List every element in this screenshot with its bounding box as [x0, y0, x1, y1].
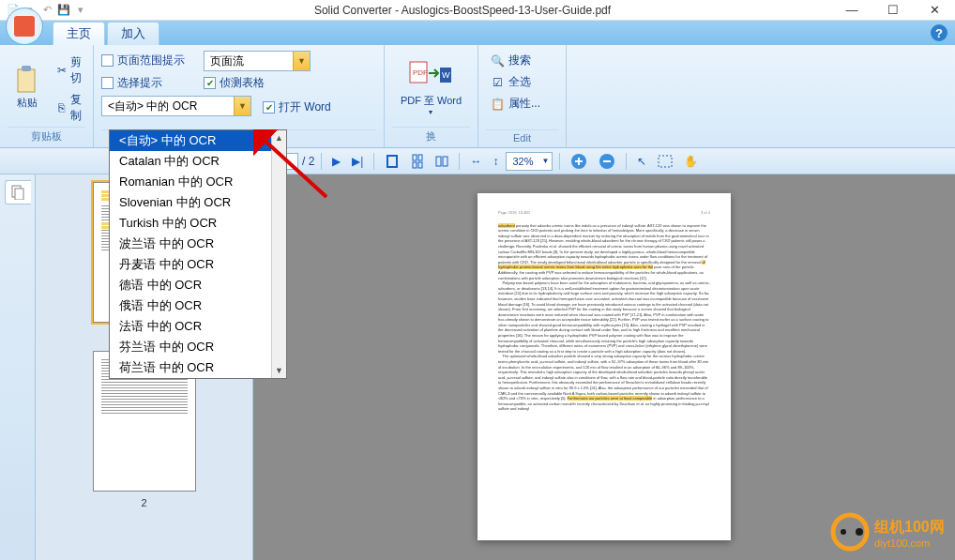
scroll-up-icon[interactable]: ▲ [272, 130, 286, 145]
marquee-tool-button[interactable] [654, 153, 676, 170]
tab-row: 主页 加入 ? [0, 21, 955, 45]
select-all-icon: ☑ [490, 75, 505, 90]
ocr-option-russian[interactable]: 俄语 中的 OCR [110, 295, 286, 316]
clipboard-group-label: 剪贴板 [8, 127, 85, 145]
properties-icon: 📋 [490, 97, 505, 112]
svg-rect-11 [436, 157, 441, 166]
ocr-option-auto[interactable]: <自动> 中的 OCR [110, 130, 286, 151]
continuous-page-icon[interactable] [407, 152, 428, 171]
ocr-option-romanian[interactable]: Romanian 中的 OCR [110, 172, 286, 192]
svg-rect-15 [659, 156, 672, 167]
svg-text:PDF: PDF [413, 68, 428, 77]
ocr-option-turkish[interactable]: Turkish 中的 OCR [110, 213, 286, 234]
document-view[interactable]: Page 2019, 13,4003 of 4 adsorbent porosi… [253, 174, 955, 560]
ocr-option-finnish[interactable]: 芬兰语 中的 OCR [110, 337, 286, 357]
pdf-to-word-button[interactable]: PDF W PDF 至 Word ▾ [394, 49, 468, 127]
ocr-option-slovenian[interactable]: Slovenian 中的 OCR [110, 192, 286, 213]
ocr-dropdown: <自动> 中的 OCR Catalan 中的 OCR Romanian 中的 O… [109, 129, 287, 379]
zoom-in-button[interactable] [567, 151, 591, 172]
tab-add[interactable]: 加入 [107, 22, 159, 45]
ocr-option-catalan[interactable]: Catalan 中的 OCR [110, 151, 286, 172]
svg-rect-0 [18, 69, 35, 92]
svg-text:W: W [442, 70, 450, 80]
svg-rect-1 [22, 66, 31, 71]
svg-point-21 [841, 529, 846, 535]
thumb-2-number: 2 [43, 497, 245, 508]
copy-button[interactable]: ⎘复制 [53, 90, 90, 126]
svg-rect-12 [443, 157, 447, 166]
save-icon[interactable]: 💾 [56, 3, 71, 18]
cut-button[interactable]: ✂剪切 [53, 53, 90, 88]
pageflow-combo[interactable]: 页面流▼ [204, 51, 311, 71]
open-word-checkbox[interactable]: ✔打开 Word [263, 96, 331, 118]
svg-rect-6 [387, 156, 397, 167]
facing-page-icon[interactable] [432, 152, 452, 171]
svg-rect-7 [413, 155, 417, 160]
pdf-word-icon: PDF W [408, 60, 453, 94]
svg-rect-9 [413, 162, 417, 168]
ocr-option-danish[interactable]: 丹麦语 中的 OCR [110, 254, 286, 275]
ocr-option-polish[interactable]: 波兰语 中的 OCR [110, 234, 286, 254]
window-title: Solid Converter - Auslogics-BoostSpeed-1… [94, 4, 831, 17]
single-page-icon[interactable] [381, 152, 403, 171]
next-page-button[interactable]: ▶ [328, 153, 344, 170]
select-all-button[interactable]: ☑全选 [486, 72, 558, 92]
ocr-option-dutch[interactable]: 荷兰语 中的 OCR [110, 357, 286, 378]
chevron-down-icon[interactable]: ▼ [234, 97, 250, 115]
dropdown-scrollbar[interactable]: ▲ ▼ [271, 130, 286, 378]
ocr-option-german[interactable]: 德语 中的 OCR [110, 275, 286, 295]
svg-rect-10 [418, 162, 422, 168]
watermark-logo: 组机100网 diyt100.com [829, 511, 951, 556]
maximize-button[interactable]: ☐ [872, 0, 914, 21]
close-button[interactable]: ✕ [914, 0, 955, 21]
thumbnails-tab[interactable] [5, 180, 31, 204]
page-count-label: / 2 [302, 155, 314, 168]
pages-icon [10, 185, 25, 200]
scissors-icon: ✂ [56, 63, 67, 78]
sidebar-strip [0, 174, 36, 560]
svg-rect-17 [15, 189, 23, 200]
search-button[interactable]: 🔍搜索 [486, 51, 558, 70]
properties-button[interactable]: 📋属性... [486, 94, 558, 114]
ocr-option-french[interactable]: 法语 中的 OCR [110, 316, 286, 337]
hand-tool-button[interactable]: ✋ [680, 153, 702, 170]
title-bar: 📄 ▾ ↶ 💾 ▾ Solid Converter - Auslogics-Bo… [0, 0, 955, 21]
page-1: Page 2019, 13,4003 of 4 adsorbent porosi… [478, 193, 731, 540]
scroll-down-icon[interactable]: ▼ [272, 363, 286, 378]
chevron-down-icon[interactable]: ▼ [293, 52, 310, 70]
app-menu-button[interactable] [6, 8, 45, 47]
svg-point-20 [856, 528, 863, 536]
last-page-button[interactable]: ▶| [348, 153, 367, 170]
svg-text:组机100网: 组机100网 [873, 519, 945, 535]
fit-page-button[interactable]: ↕ [489, 153, 502, 170]
pointer-tool-button[interactable]: ↖ [633, 153, 650, 170]
ocr-combo[interactable]: <自动> 中的 OCR▼ [101, 96, 251, 116]
minimize-button[interactable]: — [831, 0, 872, 21]
select-prompt-checkbox[interactable]: 选择提示 [101, 71, 185, 94]
copy-icon: ⎘ [56, 100, 67, 115]
zoom-combo[interactable]: 32%▼ [506, 152, 553, 171]
svg-text:diyt100.com: diyt100.com [874, 537, 930, 549]
paste-button[interactable]: 粘贴 [8, 49, 47, 127]
binoculars-icon: 🔍 [490, 53, 505, 68]
tab-home[interactable]: 主页 [53, 22, 105, 45]
clipboard-icon [14, 66, 40, 96]
page-range-checkbox[interactable]: 页面范围提示 [101, 49, 185, 71]
help-icon[interactable]: ? [931, 24, 947, 41]
paste-label: 粘贴 [17, 96, 38, 110]
fit-width-button[interactable]: ↔ [466, 153, 485, 170]
zoom-out-button[interactable] [595, 151, 619, 172]
svg-rect-8 [418, 155, 422, 160]
detect-tables-checkbox[interactable]: ✔侦测表格 [204, 71, 311, 94]
qat-more-icon[interactable]: ▾ [73, 3, 88, 18]
